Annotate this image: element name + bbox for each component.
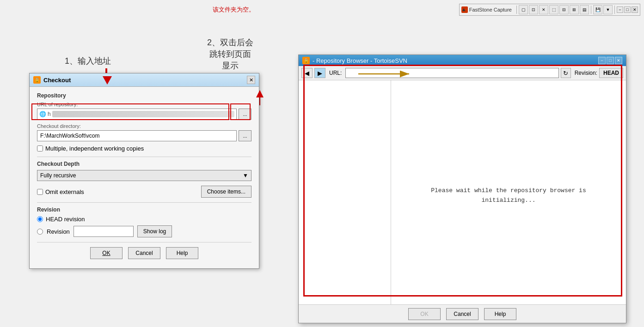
repo-title-text: - Repository Browser - TortoiseSVN <box>313 57 595 64</box>
omit-choose-row: Omit externals Choose items... <box>37 186 251 198</box>
repo-minimize-button[interactable]: − <box>598 57 606 64</box>
checkout-dialog-icon: 🔒 <box>33 76 41 84</box>
fs-btn-2[interactable]: ⊡ <box>529 5 538 14</box>
url-input-row: 🌐 h ... <box>37 109 251 120</box>
revision-section-label: Revision <box>37 206 251 213</box>
revision-input-row: Revision Show log <box>37 225 251 237</box>
url-favicon: 🌐 <box>39 111 46 117</box>
url-blur <box>52 111 234 117</box>
choose-items-label: Choose items... <box>207 188 245 195</box>
checkout-body: Repository URL of repository: 🌐 h ... Ch… <box>30 87 259 268</box>
arrow2-head <box>256 90 264 97</box>
show-log-button[interactable]: Show log <box>137 225 172 237</box>
fs-minimize-button[interactable]: − <box>617 6 623 13</box>
url-value-display: h <box>48 111 51 117</box>
checkout-dir-row: ... <box>37 130 251 141</box>
revision-label2: Revision <box>47 228 70 235</box>
repo-maximize-button[interactable]: □ <box>607 57 614 64</box>
show-log-label: Show log <box>143 228 166 235</box>
repo-head-button[interactable]: HEAD <box>599 68 623 78</box>
checkout-ok-button[interactable]: OK <box>90 247 123 259</box>
revision-radio[interactable] <box>37 229 43 235</box>
repo-help-button[interactable]: Help <box>484 308 516 320</box>
depth-dropdown-row: Fully recursive ▼ <box>37 170 251 181</box>
checkout-depth-dropdown[interactable]: Fully recursive ▼ <box>37 170 251 181</box>
fs-btn-6[interactable]: ⊞ <box>570 5 579 14</box>
url-browse-button[interactable]: ... <box>239 109 251 120</box>
sep3 <box>614 6 615 14</box>
checkout-dialog: 🔒 Checkout ✕ Repository URL of repositor… <box>29 73 259 269</box>
repo-revision-label: Revision: <box>575 70 597 76</box>
checkout-dir-label: Checkout directory: <box>37 123 251 129</box>
repo-title-icon: 🔒 <box>302 57 310 64</box>
fs-btn-4[interactable]: ⬚ <box>549 5 558 14</box>
repo-back-button[interactable]: ◀ <box>301 68 313 78</box>
repo-cancel-button[interactable]: Cancel <box>446 308 478 320</box>
revision-number-input[interactable] <box>74 226 134 237</box>
choose-items-button[interactable]: Choose items... <box>201 186 251 198</box>
multiple-copies-label: Multiple, independent working copies <box>45 145 144 152</box>
repo-content-area: Please wait while the repository browser… <box>299 80 626 311</box>
head-revision-label: HEAD revision <box>46 216 85 223</box>
repo-toolbar: ◀ ▶ URL: ↻ Revision: HEAD <box>299 66 626 80</box>
multiple-copies-checkbox[interactable] <box>37 145 43 151</box>
repo-url-input[interactable] <box>345 68 558 78</box>
repo-close-button[interactable]: ✕ <box>615 57 622 64</box>
checkout-help-label: Help <box>177 250 188 256</box>
repo-footer: OK Cancel Help <box>299 304 626 323</box>
checkout-titlebar: 🔒 Checkout ✕ <box>30 73 259 87</box>
repo-url-label: URL: <box>329 70 342 76</box>
faststone-icon: ▲ <box>461 6 468 13</box>
multiple-copies-row: Multiple, independent working copies <box>37 145 251 152</box>
repo-main-panel: Please wait while the repository browser… <box>391 80 626 311</box>
repo-ok-label: OK <box>420 311 428 317</box>
faststone-title: ▲ FastStone Capture <box>461 6 512 13</box>
checkout-footer: OK Cancel Help <box>37 242 251 261</box>
fs-maximize-button[interactable]: □ <box>624 6 631 13</box>
omit-externals-group: Omit externals <box>37 188 84 195</box>
checkout-ok-label: OK <box>102 250 110 256</box>
head-revision-row: HEAD revision <box>37 216 251 223</box>
repository-section-label: Repository <box>37 92 251 99</box>
checkout-dialog-title: Checkout <box>43 77 244 84</box>
omit-externals-label: Omit externals <box>45 188 84 195</box>
checkout-dir-input[interactable] <box>37 130 237 141</box>
fs-btn-9[interactable]: ▼ <box>603 5 613 14</box>
step2-annotation: 2、双击后会 跳转到页面 显示 <box>207 37 253 72</box>
fs-btn-3[interactable]: ✕ <box>539 5 548 14</box>
checkout-dir-browse-button[interactable]: ... <box>239 130 251 141</box>
repo-head-label: HEAD <box>603 70 619 76</box>
repo-forward-button[interactable]: ▶ <box>314 68 325 78</box>
repo-refresh-button[interactable]: ↻ <box>561 68 571 78</box>
repo-help-label: Help <box>495 311 506 317</box>
arrow1-head <box>103 76 112 85</box>
repo-window-buttons: − □ ✕ <box>598 57 622 64</box>
checkout-cancel-button[interactable]: Cancel <box>128 247 160 259</box>
checkout-help-button[interactable]: Help <box>166 247 198 259</box>
head-revision-radio[interactable] <box>37 216 43 222</box>
fs-btn-5[interactable]: ⊟ <box>559 5 569 14</box>
fs-btn-1[interactable]: ▢ <box>519 5 528 14</box>
fs-btn-7[interactable]: ▤ <box>580 5 589 14</box>
repo-titlebar: 🔒 - Repository Browser - TortoiseSVN − □… <box>299 55 626 66</box>
checkout-close-button[interactable]: ✕ <box>247 76 255 84</box>
repo-browser-dialog: 🔒 - Repository Browser - TortoiseSVN − □… <box>298 54 626 323</box>
step1-annotation: 1、输入地址 <box>65 55 111 67</box>
faststone-title-text: FastStone Capture <box>469 7 512 12</box>
repo-wait-text: Please wait while the repository browser… <box>431 186 586 206</box>
repo-ok-button[interactable]: OK <box>408 308 441 320</box>
repo-wait-line2: initializing... <box>481 197 535 204</box>
fs-btn-8[interactable]: 💾 <box>593 5 602 14</box>
repo-wait-line1: Please wait while the repository browser… <box>431 187 586 194</box>
empty-folder-annotation: 该文件夹为空。 <box>213 6 255 14</box>
url-browse-label: ... <box>243 111 247 117</box>
divider1 <box>37 157 251 157</box>
repo-tree-panel <box>299 80 391 311</box>
omit-externals-checkbox[interactable] <box>37 189 43 195</box>
sep2 <box>591 6 591 14</box>
repo-cancel-label: Cancel <box>454 311 471 317</box>
fs-close-button[interactable]: ✕ <box>632 6 638 13</box>
divider2 <box>37 202 251 203</box>
revision-section: HEAD revision Revision Show log <box>37 216 251 237</box>
depth-value: Fully recursive <box>40 172 76 179</box>
